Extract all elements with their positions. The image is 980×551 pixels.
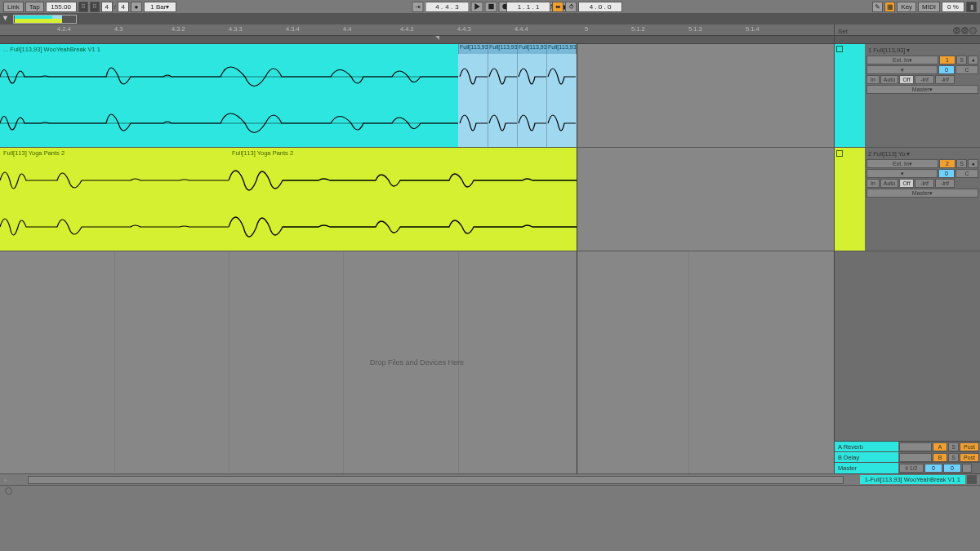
- follow-button[interactable]: ⇥: [412, 2, 424, 12]
- track-vol[interactable]: 0: [938, 169, 955, 178]
- clip-title: ... Full[113,93] WooYeahBreak V1 1: [0, 44, 458, 54]
- arrangement-overview[interactable]: ▼: [0, 14, 980, 24]
- selected-clip-indicator[interactable]: 1-Full[113,93] WooYeahBreak V1 1: [860, 475, 965, 484]
- waveform: [229, 162, 577, 199]
- monitor-off[interactable]: Off: [899, 179, 914, 188]
- io-toggle[interactable]: ⦿: [961, 27, 969, 34]
- track-header[interactable]: 1 Full[113,93]▾ Ext. In ▾ 1 S ● ▾ 0 C In…: [835, 44, 980, 148]
- monitor-in[interactable]: In: [866, 75, 880, 84]
- loop-end-marker[interactable]: [435, 36, 443, 44]
- track-number[interactable]: 2: [939, 159, 956, 168]
- tempo-nudge-up[interactable]: ⠿: [90, 2, 100, 12]
- track-activator-icon[interactable]: [836, 150, 843, 157]
- pan[interactable]: C: [956, 65, 978, 74]
- send-b[interactable]: -inf: [935, 179, 955, 188]
- io-toggle[interactable]: ⦾: [969, 27, 977, 34]
- detail-toggle-icon[interactable]: ▸: [0, 476, 11, 484]
- pan[interactable]: C: [956, 169, 978, 178]
- solo-button[interactable]: [962, 464, 972, 473]
- tempo-field[interactable]: 155.00: [46, 2, 77, 12]
- monitor-auto[interactable]: Auto: [880, 75, 898, 84]
- playhead: [577, 148, 577, 251]
- loop-brace-area[interactable]: [0, 36, 834, 44]
- toolbar-right: ✎ ▦ Key MIDI 0 % ▮: [872, 2, 977, 12]
- track-color-strip: [835, 44, 865, 147]
- draw-mode[interactable]: ✎: [872, 2, 883, 12]
- input-type[interactable]: Ext. In ▾: [866, 159, 938, 168]
- send-label[interactable]: A: [933, 442, 947, 451]
- audio-clip[interactable]: ... Full[113,93] WooYeahBreak V1 1: [0, 44, 458, 147]
- send-a[interactable]: -inf: [915, 75, 934, 84]
- arrangement-position[interactable]: 4 . 4 . 3: [425, 2, 470, 12]
- timesig-num[interactable]: 4: [101, 2, 113, 12]
- solo-button[interactable]: S: [956, 159, 967, 168]
- midi-map[interactable]: MIDI: [918, 2, 940, 12]
- return-track[interactable]: B Delay B S Post: [835, 452, 980, 463]
- punch-in[interactable]: ⬌: [552, 2, 564, 12]
- solo-button[interactable]: S: [948, 453, 959, 462]
- track-activator-icon[interactable]: [836, 46, 843, 52]
- loop-length[interactable]: 4 . 0 . 0: [578, 2, 622, 12]
- horizontal-scrollbar[interactable]: [28, 476, 844, 484]
- arm-button[interactable]: ●: [968, 159, 978, 168]
- audio-clip[interactable]: Full[113] Yoga Pants 2: [0, 148, 229, 251]
- monitor-in[interactable]: In: [866, 179, 880, 188]
- loop-controls: 1 . 1 . 1 ⬌ ⥀ 4 . 0 . 0: [506, 2, 622, 12]
- output-routing[interactable]: Master ▾: [866, 189, 978, 198]
- waveform: [0, 59, 458, 96]
- computer-midi-keyboard[interactable]: ▦: [884, 2, 895, 12]
- audio-clip[interactable]: Full[113] Yoga Pants 2: [229, 148, 577, 251]
- monitor-auto[interactable]: Auto: [880, 179, 898, 188]
- drop-area[interactable]: Drop Files and Devices Here: [0, 251, 834, 473]
- post-button[interactable]: Post: [960, 453, 979, 462]
- metronome-button[interactable]: ●: [131, 2, 142, 12]
- key-map[interactable]: Key: [897, 2, 916, 12]
- link-button[interactable]: Link: [3, 2, 24, 12]
- track-vol[interactable]: 0: [938, 65, 955, 74]
- send-label[interactable]: B: [933, 453, 947, 462]
- track-header[interactable]: 2 Full[113] Yo▾ Ext. In ▾ 2 S ● ▾ 0 C In…: [835, 148, 980, 251]
- tempo-nudge-down[interactable]: ⠿: [78, 2, 88, 12]
- quantize-menu[interactable]: 1 Bar ▾: [144, 2, 176, 12]
- io-toggle[interactable]: ⦿: [953, 27, 960, 34]
- track-name[interactable]: 2 Full[113] Yo▾: [866, 149, 978, 158]
- arrangement-clips: ... Full[113,93] WooYeahBreak V1 1 Full[…: [0, 44, 834, 473]
- stop-button[interactable]: [485, 2, 497, 12]
- track-number[interactable]: 1: [939, 56, 956, 64]
- audio-clip-selected[interactable]: Full[113,93Full[113,93Full[113,93Full[11…: [458, 44, 577, 147]
- clip-title: Full[113] Yoga Pants 2: [0, 148, 229, 158]
- playhead: [577, 44, 577, 147]
- master-vol[interactable]: 0: [924, 464, 942, 473]
- track-name[interactable]: 1 Full[113,93]▾: [866, 46, 978, 55]
- input-type[interactable]: Ext. In ▾: [866, 56, 938, 64]
- device-view-toggle[interactable]: [0, 485, 980, 496]
- return-track[interactable]: A Reverb A S Post: [835, 442, 980, 452]
- timesig-den[interactable]: 4: [118, 2, 129, 12]
- send-a[interactable]: -inf: [915, 179, 934, 188]
- solo-button[interactable]: S: [956, 56, 967, 64]
- set-header: Set ⦿ ⦿ ⦾: [834, 24, 980, 36]
- monitor-off[interactable]: Off: [899, 75, 914, 84]
- input-channel[interactable]: ▾: [866, 65, 938, 74]
- post-button[interactable]: Post: [960, 442, 979, 451]
- tap-button[interactable]: Tap: [25, 2, 44, 12]
- master-track[interactable]: Master ii 1/2 0 0: [835, 463, 980, 473]
- meter-icon: [967, 475, 977, 484]
- input-channel[interactable]: ▾: [866, 169, 938, 178]
- master-vol[interactable]: 0: [943, 464, 961, 473]
- loop-switch[interactable]: ⥀: [565, 2, 577, 12]
- output-routing[interactable]: Master ▾: [866, 85, 978, 94]
- clip-title: Full[113] Yoga Pants 2: [229, 148, 577, 158]
- track-lane[interactable]: ... Full[113,93] WooYeahBreak V1 1 Full[…: [0, 44, 834, 147]
- track-lane[interactable]: Full[113] Yoga Pants 2 Full[113] Yoga Pa…: [0, 148, 834, 251]
- beat-ruler[interactable]: 4.2.4 4.3 4.3.2 4.3.3 4.3.4 4.4 4.4.2 4.…: [0, 24, 834, 36]
- send-b[interactable]: -inf: [935, 75, 955, 84]
- arm-button[interactable]: ●: [968, 56, 978, 64]
- mixer-column: 1 Full[113,93]▾ Ext. In ▾ 1 S ● ▾ 0 C In…: [834, 44, 980, 473]
- overview-window[interactable]: [13, 15, 77, 24]
- hd-meter: ▮: [966, 2, 977, 12]
- play-button[interactable]: [471, 2, 483, 12]
- cue-out[interactable]: ii 1/2: [899, 464, 924, 473]
- loop-start[interactable]: 1 . 1 . 1: [506, 2, 550, 12]
- solo-button[interactable]: S: [948, 442, 959, 451]
